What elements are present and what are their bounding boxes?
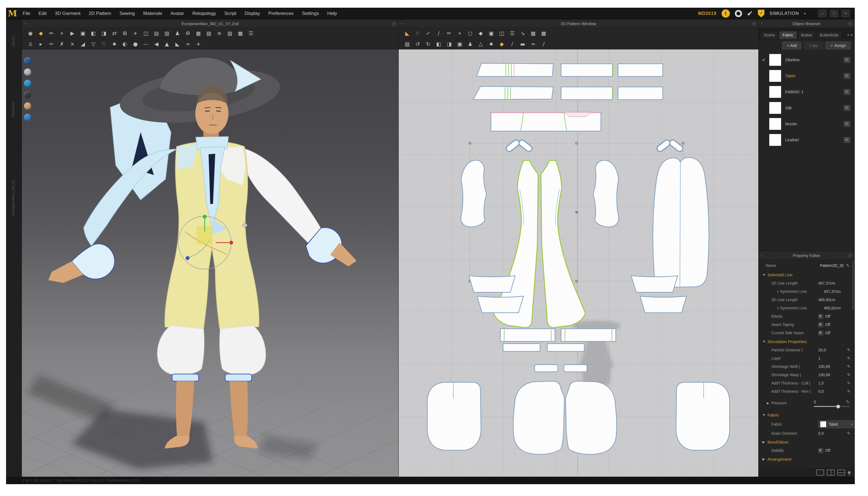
menu-item[interactable]: Help: [323, 8, 341, 19]
tool-icon[interactable]: ▤: [152, 28, 161, 38]
tool-icon[interactable]: ◆: [497, 39, 506, 49]
tool-icon[interactable]: ◧: [89, 28, 98, 38]
tool-icon[interactable]: ⌖: [455, 28, 464, 38]
edit-pencil-icon[interactable]: ✎: [847, 431, 851, 436]
fabric-visibility-icon[interactable]: [844, 89, 850, 95]
expand-triangle-icon[interactable]: ▶: [767, 402, 769, 405]
tool-icon[interactable]: ◀: [152, 39, 161, 49]
tool-icon[interactable]: ☰: [246, 28, 256, 38]
tool-icon[interactable]: ↻: [423, 39, 433, 49]
property-editor-titlebar[interactable]: ▪ Property Editor ◳: [759, 251, 854, 260]
tool-icon[interactable]: ◢: [78, 39, 88, 49]
menu-item[interactable]: Materials: [139, 8, 166, 19]
fabric-list-item[interactable]: ✔ Zibeline: [759, 52, 854, 68]
tool-icon[interactable]: ◨: [445, 39, 454, 49]
object-browser-tab[interactable]: Fabric: [779, 31, 797, 39]
tool-icon[interactable]: ◫: [497, 28, 506, 38]
edit-pencil-icon[interactable]: ✎: [847, 381, 851, 386]
layout-split-icon[interactable]: [827, 469, 835, 476]
menu-item[interactable]: Script: [220, 8, 240, 19]
fabric-list-item[interactable]: Silk: [759, 100, 854, 116]
tool-icon[interactable]: ∕: [434, 28, 444, 38]
pattern-pieces[interactable]: [428, 63, 730, 454]
tool-icon[interactable]: ✏: [47, 28, 56, 38]
pattern-piece-breech-left[interactable]: [428, 382, 481, 450]
fabric-dropdown[interactable]: Tabet ▾: [818, 420, 854, 428]
collapse-triangle-icon[interactable]: ▼: [759, 273, 767, 276]
fabric-visibility-icon[interactable]: [844, 121, 850, 127]
tool-icon[interactable]: ♙: [26, 39, 35, 49]
tab-scroll-left-icon[interactable]: ◂: [847, 33, 849, 37]
undock-icon[interactable]: ◳: [848, 253, 852, 258]
pattern-piece-strip[interactable]: [477, 63, 553, 76]
object-browser-titlebar[interactable]: ▪ Object Browser ◳: [759, 19, 854, 28]
pin-icon[interactable]: [848, 471, 851, 474]
fabric-swatch[interactable]: [769, 118, 781, 130]
tool-icon[interactable]: ◆: [36, 28, 46, 38]
menu-item[interactable]: Settings: [298, 8, 323, 19]
tool-icon[interactable]: ○: [465, 28, 475, 38]
fabric-swatch[interactable]: [769, 86, 781, 98]
tool-icon[interactable]: ▩: [236, 28, 245, 38]
canvas-2d[interactable]: [399, 49, 758, 477]
section-bond-skive[interactable]: ▶ Bond/Skive: [759, 437, 854, 446]
tool-icon[interactable]: ↘: [518, 28, 527, 38]
viewport-toggle-icon[interactable]: [24, 103, 31, 110]
edit-pencil-icon[interactable]: ✎: [847, 347, 851, 353]
tool-icon[interactable]: ⌖: [57, 28, 66, 38]
menu-item[interactable]: File: [18, 8, 34, 19]
tool-icon[interactable]: △: [476, 39, 485, 49]
tool-icon[interactable]: +: [131, 28, 140, 38]
edit-pencil-icon[interactable]: ✎: [847, 356, 851, 361]
menu-item[interactable]: 2D Pattern: [85, 8, 115, 19]
tool-icon[interactable]: ▣: [455, 39, 464, 49]
menu-item[interactable]: 3D Garment: [51, 8, 85, 19]
tool-icon[interactable]: ◆: [476, 28, 485, 38]
simulation-button[interactable]: SIMULATION: [769, 11, 799, 16]
tool-icon[interactable]: ▨: [225, 28, 235, 38]
tool-icon[interactable]: ▣: [487, 28, 496, 38]
object-browser-tab[interactable]: Button: [797, 31, 816, 39]
app-logo-icon[interactable]: M: [6, 8, 18, 19]
assign-fabric-button[interactable]: ✓ Assign: [825, 42, 851, 49]
pattern-piece-breech-right[interactable]: [676, 382, 730, 450]
selection-bbox[interactable]: [468, 142, 685, 283]
fabric-list-item[interactable]: FABRIC 1: [759, 84, 854, 100]
object-browser-tab[interactable]: Buttonhole: [816, 31, 842, 39]
pattern-piece-side-front[interactable]: [461, 160, 487, 227]
viewport-2d-titlebar[interactable]: ▪ 2D Pattern Window ◳: [399, 19, 758, 28]
user-icon[interactable]: [735, 10, 742, 17]
tool-icon[interactable]: ≡: [215, 28, 224, 38]
viewport-3d-titlebar[interactable]: ▪ EuropeanMan_MD_01_V7.Zxd ◳: [22, 19, 398, 28]
tool-icon[interactable]: ∷: [413, 28, 422, 38]
fabric-visibility-icon[interactable]: [844, 137, 850, 143]
edit-pencil-icon[interactable]: ✎: [847, 364, 851, 369]
viewport-toggle-icon[interactable]: [24, 80, 31, 87]
tool-icon[interactable]: ♡: [99, 39, 108, 49]
tool-icon[interactable]: ∕: [508, 39, 517, 49]
viewport-toggle-icon[interactable]: [24, 91, 31, 98]
tool-icon[interactable]: ✂: [47, 39, 56, 49]
layout-grid-icon[interactable]: [837, 469, 845, 476]
tool-icon[interactable]: ●: [131, 39, 140, 49]
slider-knob[interactable]: [836, 405, 840, 408]
layout-single-icon[interactable]: [816, 469, 824, 476]
tool-icon[interactable]: ◫: [141, 28, 151, 38]
tool-icon[interactable]: ▣: [78, 28, 88, 38]
fabric-swatch[interactable]: [769, 70, 781, 82]
tool-icon[interactable]: ≈: [183, 39, 193, 49]
undock-icon[interactable]: ◳: [848, 21, 852, 26]
expand-triangle-icon[interactable]: ▶: [759, 440, 767, 444]
tool-icon[interactable]: ☰: [508, 28, 517, 38]
warning-icon[interactable]: !: [722, 10, 730, 18]
tool-icon[interactable]: ↺: [413, 39, 422, 49]
fabric-visibility-icon[interactable]: [844, 105, 850, 111]
tool-icon[interactable]: ▲: [162, 39, 171, 49]
close-button[interactable]: ×: [841, 10, 850, 17]
pattern-piece-back[interactable]: [653, 158, 709, 287]
fabric-list-item[interactable]: Tabet: [759, 68, 854, 84]
check-icon[interactable]: ✔: [747, 10, 753, 18]
pattern-piece-side-back[interactable]: [593, 160, 618, 227]
minimize-button[interactable]: –: [818, 10, 827, 17]
pattern-piece-vest-right[interactable]: [541, 160, 585, 328]
